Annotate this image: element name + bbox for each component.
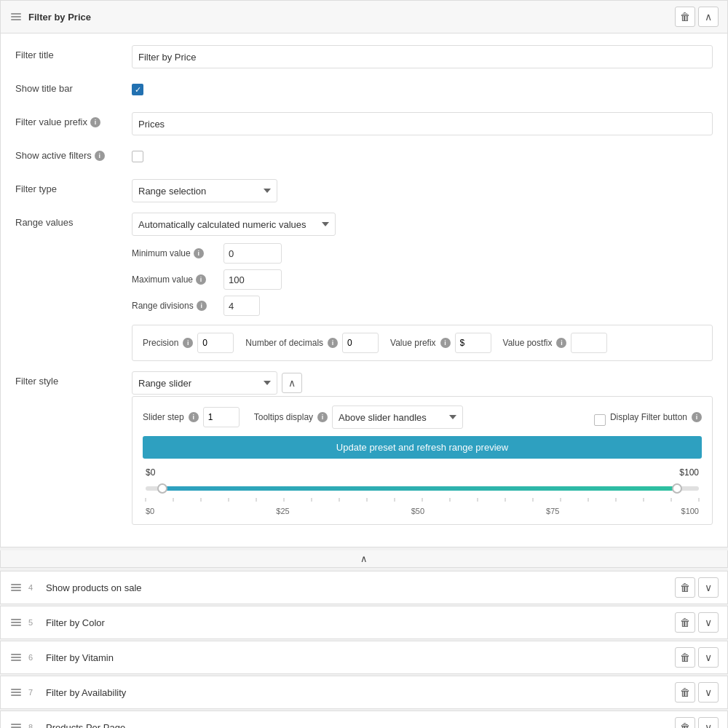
slider-label-25: $25 <box>276 507 289 515</box>
panel-5-drag-handle[interactable] <box>9 617 23 628</box>
drag-handle[interactable] <box>9 12 23 22</box>
tooltips-display-label: Tooltips display <box>254 412 313 422</box>
range-values-control: Automatically calculated numeric values … <box>132 213 713 361</box>
precision-info-icon[interactable]: i <box>183 338 193 348</box>
list-item: 8 Products Per Page 🗑 ∨ <box>0 711 728 728</box>
slider-inner-box: Slider step i Tooltips display i Above s… <box>132 396 713 525</box>
panel-4-drag-handle[interactable] <box>9 582 23 593</box>
tick-mark <box>367 498 368 502</box>
panel-7-left: 7 Filter by Availability <box>9 687 675 698</box>
num-decimals-info-icon[interactable]: i <box>328 338 338 348</box>
filter-title-input[interactable] <box>132 45 713 68</box>
slider-step-info-icon[interactable]: i <box>189 412 199 422</box>
value-prefix-info-icon[interactable]: i <box>440 338 451 348</box>
maximum-value-input[interactable] <box>223 269 282 290</box>
list-item: 6 Filter by Vitamin 🗑 ∨ <box>0 641 728 674</box>
range-divisions-info-icon[interactable]: i <box>197 301 207 311</box>
maximum-value-label: Maximum value i <box>132 274 219 285</box>
filter-value-prefix-input[interactable] <box>132 112 713 135</box>
panel-6-delete-button[interactable]: 🗑 <box>675 647 695 668</box>
precision-label: Precision <box>143 338 178 348</box>
filter-style-select[interactable]: Range slider Input fields Checkboxes <box>132 371 277 395</box>
filter-value-prefix-row: Filter value prefix i <box>15 112 713 135</box>
tick-mark <box>201 498 202 502</box>
range-values-select[interactable]: Automatically calculated numeric values … <box>132 213 336 236</box>
panel-6-actions: 🗑 ∨ <box>675 647 719 668</box>
value-postfix-input[interactable] <box>571 333 607 353</box>
panel-4-delete-button[interactable]: 🗑 <box>675 577 695 598</box>
display-filter-button-label: Display Filter button <box>610 412 687 422</box>
slider-label-0: $0 <box>146 507 154 515</box>
update-preset-button[interactable]: Update preset and refresh range preview <box>143 436 702 459</box>
range-divisions-input[interactable] <box>223 296 260 316</box>
filter-style-collapse-button[interactable]: ∧ <box>282 373 302 393</box>
tick-mark <box>561 498 561 502</box>
panel-5-delete-button[interactable]: 🗑 <box>675 612 695 633</box>
filter-type-select[interactable]: Range selection Checkbox list Radio butt… <box>132 179 277 202</box>
panel-5-number: 5 <box>28 618 40 627</box>
list-item: 7 Filter by Availability 🗑 ∨ <box>0 676 728 709</box>
panel-5-expand-button[interactable]: ∨ <box>698 612 719 633</box>
display-filter-button-info-icon[interactable]: i <box>692 412 702 422</box>
show-title-bar-control <box>132 79 713 95</box>
slider-top-labels: $0 $100 <box>146 467 699 478</box>
panel-7-title: Filter by Availability <box>46 687 126 698</box>
value-prefix-field: Value prefix i <box>390 333 491 353</box>
filter-value-prefix-control <box>132 112 713 135</box>
panel-7-expand-button[interactable]: ∨ <box>698 682 719 703</box>
slider-track-container <box>146 480 699 495</box>
tooltips-display-select[interactable]: Above slider handles Below slider handle… <box>332 405 463 429</box>
chevron-down-icon-8: ∨ <box>705 721 712 728</box>
maximum-value-info-icon[interactable]: i <box>196 274 206 285</box>
panel-7-drag-handle[interactable] <box>9 687 23 697</box>
slider-preview: $0 $100 <box>143 467 702 515</box>
slider-bottom-labels: $0 $25 $50 $75 $100 <box>146 507 699 515</box>
collapse-bar[interactable]: ∧ <box>0 550 728 568</box>
show-title-bar-checkbox[interactable] <box>132 84 143 95</box>
slider-controls-row: Slider step i Tooltips display i Above s… <box>143 405 702 429</box>
chevron-down-icon-5: ∨ <box>705 617 712 628</box>
tick-mark <box>339 498 340 502</box>
tooltips-display-item: Tooltips display i Above slider handles … <box>254 405 463 429</box>
slider-step-input[interactable] <box>203 407 240 427</box>
range-divisions-label: Range divisions i <box>132 301 219 311</box>
delete-panel-button[interactable]: 🗑 <box>675 7 695 27</box>
show-active-filters-checkbox[interactable] <box>132 151 143 162</box>
panel-7-delete-button[interactable]: 🗑 <box>675 682 695 703</box>
precision-input[interactable] <box>197 333 234 353</box>
chevron-down-icon-7: ∨ <box>705 687 712 698</box>
value-postfix-info-icon[interactable]: i <box>556 338 566 348</box>
collapse-panel-button[interactable]: ∧ <box>698 7 719 27</box>
tooltips-display-info-icon[interactable]: i <box>317 412 328 422</box>
minimum-value-info-icon[interactable]: i <box>194 248 204 258</box>
panel-6-title: Filter by Vitamin <box>46 652 114 663</box>
panel-8-delete-button[interactable]: 🗑 <box>675 717 695 728</box>
panel-6-expand-button[interactable]: ∨ <box>698 647 719 668</box>
panel-header: Filter by Price 🗑 ∧ <box>1 1 727 33</box>
trash-icon: 🗑 <box>680 11 690 23</box>
panel-8-drag-handle[interactable] <box>9 722 23 728</box>
filter-value-prefix-info-icon[interactable]: i <box>90 117 100 127</box>
show-active-filters-info-icon[interactable]: i <box>95 151 105 161</box>
panel-8-expand-button[interactable]: ∨ <box>698 717 719 728</box>
num-decimals-label: Number of decimals <box>245 338 323 348</box>
value-prefix-input[interactable] <box>455 333 491 353</box>
panel-8-left: 8 Products Per Page <box>9 722 675 729</box>
filter-style-label: Filter style <box>15 371 132 387</box>
collapsed-panels: 4 Show products on sale 🗑 ∨ 5 Filter by … <box>0 571 728 728</box>
panel-6-drag-handle[interactable] <box>9 652 23 662</box>
panel-header-actions: 🗑 ∧ <box>675 7 719 27</box>
panel-4-expand-button[interactable]: ∨ <box>698 577 719 598</box>
slider-handle-right[interactable] <box>672 483 682 494</box>
minimum-value-label: Minimum value i <box>132 248 219 258</box>
slider-label-100: $100 <box>681 507 699 515</box>
display-filter-button-item: Display Filter button i <box>594 409 702 426</box>
tick-mark <box>588 498 589 502</box>
panel-7-actions: 🗑 ∨ <box>675 682 719 703</box>
minimum-value-input[interactable] <box>223 243 282 264</box>
slider-handle-left[interactable] <box>157 483 167 494</box>
tick-mark <box>284 498 285 502</box>
display-filter-button-checkbox[interactable] <box>594 414 606 426</box>
tick-mark <box>173 498 174 502</box>
num-decimals-input[interactable] <box>342 333 379 353</box>
